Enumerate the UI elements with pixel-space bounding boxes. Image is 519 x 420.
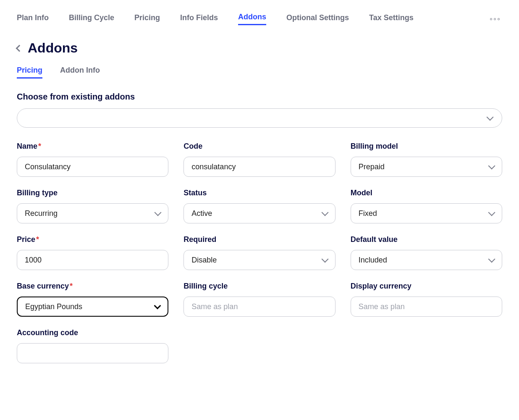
required-select[interactable]: Disable [183, 250, 335, 270]
sub-tabs: Pricing Addon Info [17, 66, 502, 79]
tab-info-fields[interactable]: Info Fields [180, 13, 218, 25]
existing-addons-label: Choose from existing addons [17, 92, 502, 102]
required-label: Required [183, 235, 335, 244]
name-label: Name* [17, 142, 168, 151]
page-title: Addons [28, 40, 78, 56]
chevron-down-icon [321, 256, 328, 263]
default-value-select[interactable]: Included [351, 250, 502, 270]
accounting-code-input[interactable] [17, 343, 168, 363]
chevron-down-icon [155, 209, 162, 216]
subtab-pricing[interactable]: Pricing [17, 66, 42, 79]
default-value-label: Default value [351, 235, 502, 244]
tab-optional-settings[interactable]: Optional Settings [286, 13, 349, 25]
base-currency-select[interactable]: Egyptian Pounds [17, 297, 168, 317]
billing-model-label: Billing model [351, 142, 502, 151]
display-currency-label: Display currency [351, 282, 502, 291]
code-label: Code [183, 142, 335, 151]
tab-billing-cycle[interactable]: Billing Cycle [69, 13, 114, 25]
chevron-down-icon [488, 209, 495, 216]
chevron-down-icon [487, 114, 494, 121]
status-label: Status [183, 189, 335, 197]
accounting-code-label: Accounting code [17, 328, 168, 337]
chevron-down-icon [488, 256, 495, 263]
display-currency-input[interactable] [351, 297, 502, 317]
price-label: Price* [17, 235, 168, 244]
top-nav: Plan Info Billing Cycle Pricing Info Fie… [17, 13, 502, 25]
billing-cycle-input[interactable] [183, 297, 335, 317]
tab-tax-settings[interactable]: Tax Settings [369, 13, 414, 25]
chevron-down-icon [154, 302, 161, 310]
back-chevron-icon[interactable] [16, 45, 23, 52]
subtab-addon-info[interactable]: Addon Info [60, 66, 100, 79]
tab-pricing[interactable]: Pricing [134, 13, 160, 25]
base-currency-label: Base currency* [17, 282, 168, 291]
billing-model-select[interactable]: Prepaid [351, 157, 502, 177]
billing-cycle-label: Billing cycle [183, 282, 335, 291]
model-select[interactable]: Fixed [351, 203, 502, 223]
more-options-icon[interactable] [488, 16, 502, 23]
code-input[interactable] [183, 157, 335, 177]
existing-addons-select[interactable] [17, 108, 502, 128]
billing-type-select[interactable]: Recurring [17, 203, 168, 223]
chevron-down-icon [488, 163, 495, 170]
model-label: Model [351, 189, 502, 197]
billing-type-label: Billing type [17, 189, 168, 197]
chevron-down-icon [321, 209, 328, 216]
tab-plan-info[interactable]: Plan Info [17, 13, 49, 25]
name-input[interactable] [17, 157, 168, 177]
tab-addons[interactable]: Addons [238, 13, 266, 25]
status-select[interactable]: Active [183, 203, 335, 223]
price-input[interactable] [17, 250, 168, 270]
